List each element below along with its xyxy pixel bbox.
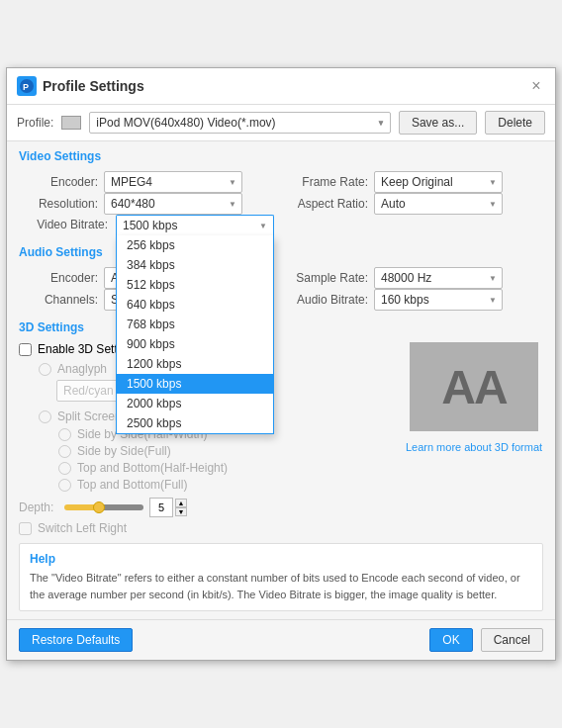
framerate-select[interactable]: Keep Original [374,171,503,193]
audio-settings-title: Audio Settings [19,245,543,259]
video-bitrate-dropdown[interactable]: 1500 kbps ▼ 256 kbps 384 kbps 512 kbps 6… [116,215,274,235]
audiobitrate-col: Audio Bitrate: 160 kbps [289,289,543,311]
profile-settings-dialog: P Profile Settings × Profile: iPod MOV(6… [6,67,556,661]
help-title: Help [30,552,532,566]
resolution-select[interactable]: 640*480 [104,193,242,215]
bitrate-option-384[interactable]: 384 kbps [117,255,273,275]
aspectratio-select[interactable]: Auto [374,193,503,215]
split-top-half-label: Top and Bottom(Half-Height) [77,461,228,475]
anaglyph-radio[interactable] [39,363,51,376]
split-option-2: Side by Side(Full) [58,444,395,458]
samplerate-wrapper: 48000 Hz [374,267,503,289]
close-button[interactable]: × [527,77,545,95]
switch-left-right-label: Switch Left Right [38,521,127,535]
split-full-label: Side by Side(Full) [77,444,171,458]
aspectratio-col: Aspect Ratio: Auto [289,193,543,215]
cancel-button[interactable]: Cancel [481,628,543,652]
save-as-button[interactable]: Save as... [399,111,477,135]
video-bitrate-row: Video Bitrate: 1500 kbps ▼ 256 kbps 384 … [19,215,543,235]
profile-bar: Profile: iPod MOV(640x480) Video(*.mov) … [7,105,555,141]
depth-slider[interactable] [64,504,143,510]
ok-button[interactable]: OK [429,628,472,652]
bitrate-option-512[interactable]: 512 kbps [117,275,273,295]
bitrate-option-900[interactable]: 900 kbps [117,334,273,354]
encoder-select-wrapper: MPEG4 [104,171,242,193]
audio-encoder-label: Encoder: [19,271,98,285]
bitrate-option-768[interactable]: 768 kbps [117,315,273,334]
video-bitrate-value: 1500 kbps [123,219,177,232]
framerate-col: Frame Rate: Keep Original [289,171,543,193]
bitrate-option-256[interactable]: 256 kbps [117,235,273,255]
depth-row: Depth: ▲ ▼ [19,498,395,517]
depth-value: ▲ ▼ [149,498,187,517]
samplerate-label: Sample Rate: [289,271,368,285]
samplerate-col: Sample Rate: 48000 Hz [289,267,543,289]
channels-audiobitrate-row: Channels: Stereo Audio Bitrate: 160 kbps [19,289,543,311]
audio-settings-section: Audio Settings Encoder: AAC Sample Rate: [19,245,543,311]
encoder-col: Encoder: MPEG4 [19,171,273,193]
resolution-select-wrapper: 640*480 [104,193,242,215]
content-area: Video Settings Encoder: MPEG4 Frame Rate… [7,141,555,619]
video-bitrate-label: Video Bitrate: [19,215,108,231]
depth-arrows: ▲ ▼ [175,499,187,516]
depth-label: Depth: [19,500,58,514]
audiobitrate-select[interactable]: 160 kbps [374,289,503,311]
bitrate-option-640[interactable]: 640 kbps [117,295,273,315]
3d-settings-title: 3D Settings [19,320,543,334]
resolution-label: Resolution: [19,197,98,211]
split-options-group: Side by Side(Half-Width) Side by Side(Fu… [39,427,395,492]
help-text: The "Video Bitrate" refers to either a c… [30,570,532,602]
3d-preview-box: AA [410,342,538,431]
resolution-col: Resolution: 640*480 [19,193,273,215]
preview-text: AA [441,360,506,414]
audiobitrate-wrapper: 160 kbps [374,289,503,311]
delete-button[interactable]: Delete [485,111,545,135]
video-settings-title: Video Settings [19,149,543,163]
split-screen-label[interactable]: Split Screen [57,410,122,423]
framerate-label: Frame Rate: [289,175,368,189]
bitrate-option-1200[interactable]: 1200 kbps [117,354,273,374]
encoder-select[interactable]: MPEG4 [104,171,242,193]
depth-input[interactable] [149,498,173,517]
svg-text:P: P [23,82,29,92]
channels-label: Channels: [19,293,98,307]
switch-row: Switch Left Right [19,521,395,535]
split-screen-radio[interactable] [39,410,51,423]
split-top-full-label: Top and Bottom(Full) [77,478,187,492]
aspectratio-label: Aspect Ratio: [289,197,368,211]
encoder-framerate-row: Encoder: MPEG4 Frame Rate: Keep Original [19,171,543,193]
title-bar: P Profile Settings × [7,68,555,105]
learn-more-link[interactable]: Learn more about 3D format [406,441,542,453]
split-top-full-radio[interactable] [58,479,71,492]
depth-up-button[interactable]: ▲ [175,499,187,507]
dialog-title: Profile Settings [43,78,144,94]
3d-right: AA Learn more about 3D format [405,342,543,535]
depth-thumb[interactable] [93,501,105,513]
video-bitrate-display[interactable]: 1500 kbps ▼ [116,215,274,235]
anaglyph-label[interactable]: Anaglyph [57,362,107,376]
profile-icon [61,116,81,130]
depth-down-button[interactable]: ▼ [175,507,187,516]
restore-defaults-button[interactable]: Restore Defaults [19,628,133,652]
audiobitrate-label: Audio Bitrate: [289,293,368,307]
switch-left-right-checkbox[interactable] [19,522,32,535]
3d-settings-section: 3D Settings Enable 3D Settings Anaglyph [19,320,543,535]
title-bar-left: P Profile Settings [17,76,144,96]
3d-layout: Enable 3D Settings Anaglyph Red/cya [19,342,543,535]
split-top-half-radio[interactable] [58,462,71,475]
framerate-select-wrapper: Keep Original [374,171,503,193]
bitrate-option-2000[interactable]: 2000 kbps [117,394,273,413]
enable-3d-checkbox[interactable] [19,343,32,356]
split-full-radio[interactable] [58,445,71,458]
encoder-label: Encoder: [19,175,98,189]
bitrate-option-1500[interactable]: 1500 kbps [117,374,273,394]
split-half-width-radio[interactable] [58,428,71,441]
footer: Restore Defaults OK Cancel [7,619,555,660]
split-option-3: Top and Bottom(Half-Height) [58,461,395,475]
profile-select[interactable]: iPod MOV(640x480) Video(*.mov) [89,112,391,134]
profile-select-wrapper: iPod MOV(640x480) Video(*.mov) ▼ [89,112,391,134]
bitrate-option-2500[interactable]: 2500 kbps [117,413,273,433]
resolution-aspectratio-row: Resolution: 640*480 Aspect Ratio: Auto [19,193,543,215]
help-section: Help The "Video Bitrate" refers to eithe… [19,543,543,611]
samplerate-select[interactable]: 48000 Hz [374,267,503,289]
